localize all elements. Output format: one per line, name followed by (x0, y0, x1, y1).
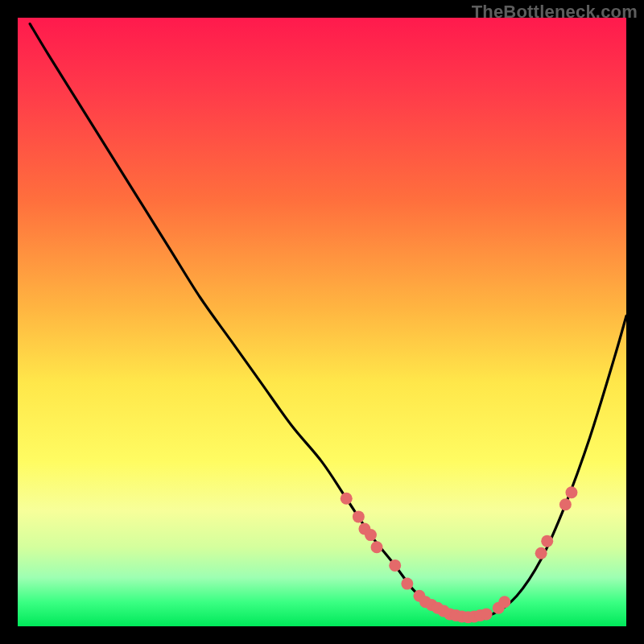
curve-marker (365, 529, 377, 541)
curve-marker (371, 541, 383, 553)
curve-marker (401, 578, 413, 590)
watermark-text: TheBottleneck.com (472, 2, 638, 23)
bottleneck-chart (18, 18, 626, 626)
marker-layer (341, 486, 578, 623)
curve-marker (389, 559, 401, 572)
curve-marker (541, 535, 553, 547)
curve-marker (341, 493, 353, 505)
curve-marker (481, 608, 493, 620)
curve-marker (565, 486, 577, 498)
curve-marker (535, 547, 547, 559)
curve-marker (353, 510, 365, 522)
curve-marker (559, 498, 572, 510)
bottleneck-curve (30, 24, 626, 617)
curve-marker (498, 596, 510, 608)
